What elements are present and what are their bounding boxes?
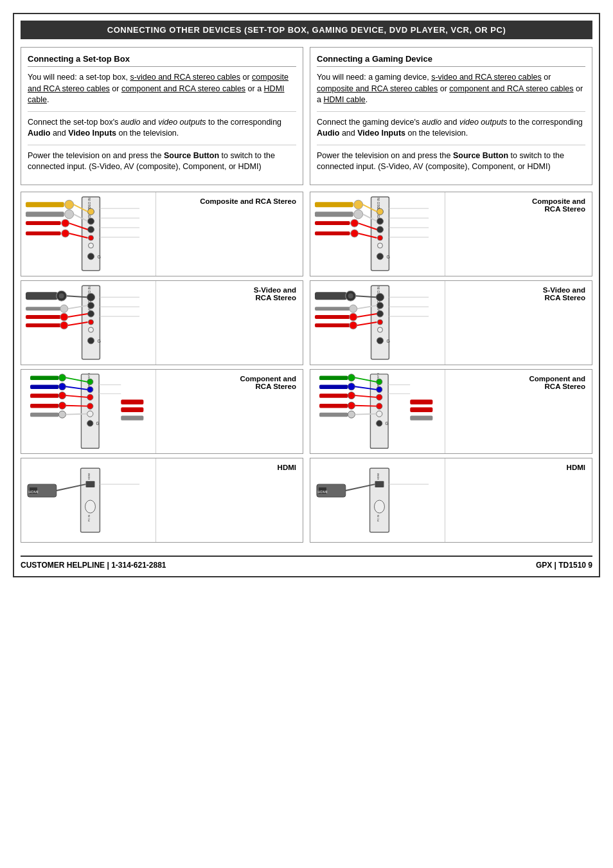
svg-point-159 [377,411,382,417]
svg-rect-145 [319,384,348,388]
right-para3: Power the television on and press the So… [317,150,585,173]
svg-point-53 [58,374,66,381]
svg-point-107 [377,253,384,259]
left-svideo-diagram: VIDEO IN AUDIO IN G [21,281,156,365]
svg-point-28 [59,293,64,298]
svg-point-11 [88,208,94,215]
svg-rect-124 [315,323,350,327]
svg-rect-52 [30,375,58,379]
svg-point-30 [60,305,68,312]
svg-rect-122 [315,315,350,319]
svg-rect-151 [319,412,348,416]
composite-svg-right: VIDEO IN AUDIO IN G [314,195,441,273]
right-svideo-box: VIDEO IN AUDIO IN G [310,280,592,365]
svg-point-1 [65,200,74,209]
svg-rect-168 [410,407,432,411]
svg-point-16 [88,253,94,259]
svg-point-119 [348,293,353,298]
left-composite-box: VIDEO IN AUDIO IN G [21,192,303,276]
svg-rect-76 [121,399,143,404]
svg-text:G: G [97,338,100,343]
svg-point-40 [88,311,94,317]
svg-text:G: G [96,421,100,426]
svg-point-132 [378,320,383,325]
svg-point-68 [87,411,93,417]
svg-point-156 [377,386,382,392]
svg-point-155 [377,379,382,384]
svg-point-157 [377,394,382,400]
svg-text:PC IN: PC IN [377,514,380,521]
svg-point-13 [88,226,94,233]
right-composite-diagram: VIDEO IN AUDIO IN G [310,192,445,276]
header-title: CONNECTING OTHER DEVICES (SET-TOP BOX, G… [107,25,506,35]
svg-point-55 [58,383,66,390]
svg-rect-97 [315,231,350,235]
svg-point-69 [87,420,93,426]
svg-text:G: G [386,254,389,258]
right-hdmi-diagram: HDMI HDMI PC IN [310,458,445,542]
left-hdmi-box: HDMI HDMI PC IN HDMI [21,458,303,543]
hdmi-svg-right: HDMI HDMI PC IN [314,462,441,539]
svg-rect-60 [30,412,58,416]
svg-rect-33 [26,323,61,327]
text-sections: Connecting a Set-top Box You will need: … [21,47,592,185]
svg-point-43 [88,337,94,343]
svg-rect-0 [26,202,64,207]
right-col: Connecting a Gaming Device You will need… [310,47,592,185]
left-col: Connecting a Set-top Box You will need: … [21,47,303,185]
left-para2: Connect the set-top box's audio and vide… [28,117,296,145]
left-component-label: Component andRCA Stereo [156,370,303,453]
svg-rect-6 [26,231,61,235]
left-hdmi-label: HDMI [156,458,303,542]
svg-rect-78 [121,415,143,420]
svg-rect-2 [26,212,64,217]
svg-text:G: G [386,338,389,343]
svg-point-65 [87,386,93,392]
footer: CUSTOMER HELPLINE | 1-314-621-2881 GPX |… [21,556,592,570]
component-label-right: Component andRCA Stereo [529,375,585,390]
svg-text:HDMI: HDMI [28,490,39,494]
svg-point-150 [348,402,355,409]
left-hdmi-diagram: HDMI HDMI PC IN [21,458,156,542]
component-svg-right: COMPONENT IN G [314,373,441,450]
svg-text:PC IN: PC IN [87,514,91,521]
svg-point-38 [87,293,95,301]
svg-point-87 [85,500,96,513]
right-hdmi-box: HDMI HDMI PC IN HDMI [310,458,592,543]
left-para1: You will need: a set-top box, s-video an… [28,72,296,112]
svg-point-15 [89,242,94,248]
component-svg-left: COMPONENT IN G [24,373,152,450]
right-diagrams: VIDEO IN AUDIO IN G [310,192,592,547]
svg-point-133 [378,327,383,332]
svg-rect-176 [375,481,384,487]
svideo-label-right: S-Video andRCA Stereo [543,286,585,302]
left-svideo-box: VIDEO IN AUDIO IN G [21,280,303,365]
svg-point-3 [65,210,74,219]
left-col-header: Connecting a Set-top Box [28,54,296,67]
svg-rect-54 [30,384,58,388]
svg-point-92 [354,200,363,209]
svg-line-74 [66,405,87,406]
svg-point-94 [354,210,363,219]
hdmi-svg-left: HDMI HDMI PC IN [24,462,152,539]
svg-point-146 [348,383,355,390]
right-svideo-diagram: VIDEO IN AUDIO IN G [310,281,445,365]
svg-point-160 [377,420,382,426]
svg-point-14 [89,235,94,240]
main-header: CONNECTING OTHER DEVICES (SET-TOP BOX, G… [21,21,592,39]
svg-point-7 [62,230,69,237]
svg-rect-91 [315,202,353,207]
svg-point-131 [377,311,384,317]
svg-point-102 [377,208,384,215]
right-svideo-label: S-Video andRCA Stereo [445,281,592,365]
svg-rect-117 [315,292,347,300]
hdmi-label-left: HDMI [278,464,296,471]
svg-point-39 [88,302,94,309]
right-component-diagram: COMPONENT IN G [310,370,445,453]
left-para3: Power the television on and press the So… [28,150,296,173]
diagrams-section: VIDEO IN AUDIO IN G [21,192,592,547]
svg-point-105 [378,235,383,240]
svideo-label-left: S-Video andRCA Stereo [254,286,296,302]
svg-line-166 [355,413,376,414]
left-diagrams: VIDEO IN AUDIO IN G [21,192,303,547]
